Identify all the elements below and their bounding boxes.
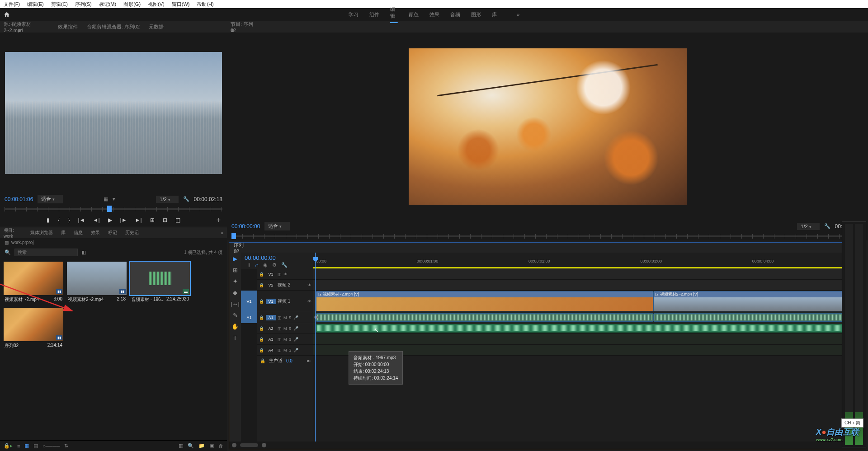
settings-icon[interactable]: 🔧: [183, 196, 189, 202]
eye-icon[interactable]: 👁: [307, 283, 311, 287]
safe-margins-icon[interactable]: ▦: [104, 196, 108, 202]
trash-icon[interactable]: 🗑: [218, 443, 223, 449]
program-settings-icon[interactable]: 🔧: [824, 223, 830, 229]
linked-selection-icon[interactable]: ∩: [255, 262, 259, 268]
workspace-effects[interactable]: 效果: [429, 11, 439, 18]
zoom-handle-left[interactable]: [232, 443, 236, 447]
source-zoom-dropdown[interactable]: 适合▾: [38, 195, 63, 203]
menu-window[interactable]: 窗口(W): [172, 1, 190, 8]
sync-lock-icon[interactable]: ◫: [278, 315, 282, 320]
overwrite-icon[interactable]: ⊡: [163, 217, 167, 223]
hand-tool-icon[interactable]: ✋: [231, 323, 239, 330]
lock-icon[interactable]: 🔒: [259, 348, 264, 352]
clip-video1[interactable]: fx视频素材~2.mp4 [V]: [316, 291, 653, 311]
clip-audio2[interactable]: [316, 324, 863, 333]
clip-audio1a[interactable]: [316, 313, 653, 322]
auto-sequence-icon[interactable]: ▥: [179, 443, 183, 449]
lock-icon[interactable]: 🔒: [259, 283, 264, 287]
add-button-icon[interactable]: +: [217, 216, 221, 224]
track-a1[interactable]: [313, 312, 866, 323]
out-point-icon[interactable]: }: [68, 217, 70, 223]
menu-view[interactable]: 视图(V): [148, 1, 165, 8]
patch-v2[interactable]: [241, 280, 257, 291]
program-resolution-dropdown[interactable]: 1/2▾: [797, 223, 819, 230]
lock-icon[interactable]: 🔒: [259, 326, 264, 331]
program-zoom-dropdown[interactable]: 适合▾: [264, 222, 290, 230]
timeline-settings-icon[interactable]: ⚙: [272, 262, 277, 268]
icon-view-icon[interactable]: ▦: [24, 443, 29, 449]
workspace-color[interactable]: 颜色: [409, 11, 419, 18]
marker-icon[interactable]: ▮: [47, 217, 50, 223]
tab-info[interactable]: 信息: [74, 230, 83, 236]
ime-indicator[interactable]: CH ♪ 简: [841, 418, 863, 428]
bin-item-sequence[interactable]: ▮▮ 序列022:24:14: [4, 308, 63, 350]
menu-sequence[interactable]: 序列(S): [75, 1, 92, 8]
tab-audio-mixer[interactable]: 音频剪辑混合器: 序列02: [87, 23, 140, 30]
menu-help[interactable]: 帮助(H): [197, 1, 213, 8]
tab-media-browser[interactable]: 媒体浏览器: [30, 230, 53, 236]
home-button[interactable]: [0, 8, 14, 21]
new-bin-icon[interactable]: 📁: [198, 443, 205, 449]
menu-graphics[interactable]: 图形(G): [123, 1, 141, 8]
sync-lock-icon[interactable]: ◫: [278, 272, 282, 277]
track-header-a2[interactable]: 🔒 A2 ◫MS🎤: [257, 323, 313, 334]
patch-a4[interactable]: [241, 345, 257, 356]
track-v1[interactable]: fx视频素材~2.mp4 [V] fx视频素材2~2.mp4 [V]: [313, 291, 866, 312]
track-a3[interactable]: [313, 334, 866, 345]
clip-audio1b[interactable]: [653, 313, 863, 322]
step-forward-icon[interactable]: |►: [120, 217, 127, 223]
menu-edit[interactable]: 编辑(E): [27, 1, 44, 8]
workspace-audio[interactable]: 音频: [450, 11, 460, 18]
source-scrubber[interactable]: [0, 205, 227, 213]
play-icon[interactable]: ▶: [108, 217, 112, 223]
timeline-content[interactable]: :00:00 00:00:01:00 00:00:02:00 00:00:03:…: [313, 253, 866, 442]
patch-v1[interactable]: V1: [241, 291, 257, 312]
razor-tool-icon[interactable]: ◆: [233, 289, 237, 296]
eye-icon[interactable]: 👁: [283, 272, 288, 277]
export-frame-icon[interactable]: ◫: [175, 217, 180, 223]
sort-icon[interactable]: ⇅: [64, 443, 68, 449]
source-preview[interactable]: [0, 33, 227, 193]
track-header-a4[interactable]: 🔒 A4 ◫MS🎤: [257, 345, 313, 356]
bin-item-audio[interactable]: ▬ 音频素材 - 196...2:24:25920: [130, 262, 190, 304]
find-icon[interactable]: 🔍: [188, 443, 194, 449]
track-v3[interactable]: [313, 269, 866, 280]
zoom-handle-right[interactable]: [262, 443, 266, 447]
eye-icon[interactable]: 👁: [307, 299, 311, 304]
track-master[interactable]: 🔒 主声道 0.0 ⇤: [257, 356, 313, 366]
track-header-a3[interactable]: 🔒 A3 ◫MS🎤: [257, 334, 313, 345]
wrench-icon[interactable]: 🔧: [281, 262, 288, 268]
tab-program[interactable]: 节目: 序列02 ≡: [231, 21, 257, 33]
track-header-v1[interactable]: 🔒 V1 视频 1 👁: [257, 291, 313, 312]
lock-icon[interactable]: 🔒: [259, 299, 264, 304]
track-header-a1[interactable]: 🔒 A1 ◫ M S 🎤: [257, 312, 313, 323]
track-header-v2[interactable]: 🔒 V2 视频 2 👁: [257, 280, 313, 291]
timeline-playhead[interactable]: [315, 253, 316, 442]
type-tool-icon[interactable]: T: [233, 334, 237, 341]
tab-history[interactable]: 历史记: [125, 230, 139, 236]
tab-sequence[interactable]: 序列02 ≡: [234, 242, 247, 254]
clip-video2[interactable]: fx视频素材2~2.mp4 [V]: [653, 291, 863, 311]
workspace-assembly[interactable]: 组件: [369, 11, 379, 18]
tab-effect-controls[interactable]: 效果控件: [58, 23, 78, 30]
voice-over-icon[interactable]: 🎤: [293, 315, 298, 320]
menubar[interactable]: 文件(F) 编辑(E) 剪辑(C) 序列(S) 标记(M) 图形(G) 视图(V…: [0, 0, 868, 8]
lock-icon[interactable]: 🔒: [259, 272, 264, 277]
workspace-library[interactable]: 库: [492, 11, 497, 18]
tab-markers[interactable]: 标记: [108, 230, 117, 236]
lock-icon[interactable]: 🔒▸: [4, 443, 13, 449]
go-to-out-icon[interactable]: ►|: [135, 217, 142, 223]
tab-effects[interactable]: 效果: [91, 230, 100, 236]
tabs-overflow-icon[interactable]: »: [221, 230, 223, 235]
ripple-edit-tool-icon[interactable]: ✦: [233, 278, 238, 285]
menu-marker[interactable]: 标记(M): [99, 1, 117, 8]
filter-icon[interactable]: ◧: [81, 249, 86, 255]
freeform-view-icon[interactable]: ▤: [33, 443, 38, 449]
go-to-in-icon[interactable]: |◄: [78, 217, 85, 223]
workspace-overflow-icon[interactable]: »: [517, 12, 519, 17]
dropdown-icon[interactable]: ▾: [113, 196, 115, 202]
new-item-icon[interactable]: ▣: [209, 443, 214, 449]
menu-clip[interactable]: 剪辑(C): [51, 1, 68, 8]
timeline-ruler[interactable]: :00:00 00:00:01:00 00:00:02:00 00:00:03:…: [313, 253, 866, 269]
track-header-v3[interactable]: 🔒 V3 ◫ 👁: [257, 269, 313, 280]
